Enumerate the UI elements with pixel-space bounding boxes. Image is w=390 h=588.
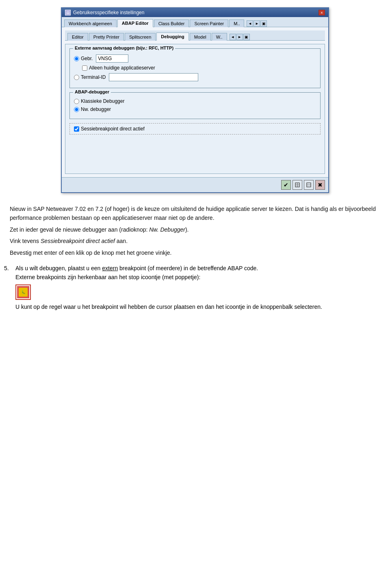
inner-tab-debugging[interactable]: Debugging xyxy=(156,33,188,41)
nw-radio-label[interactable]: Nw. debugger xyxy=(74,106,111,112)
dialog-title: Gebruikersspecifieke instellingen xyxy=(73,10,144,15)
tab-nav-left[interactable]: ◄ xyxy=(247,20,253,27)
gebr-text-input[interactable] xyxy=(96,54,128,63)
paragraph2-italic: Nw. Debugger xyxy=(149,226,185,233)
gebr-row: Gebr. xyxy=(74,54,316,63)
inner-tab-bar: Editor Pretty Printer Splitscreen Debugg… xyxy=(65,30,325,41)
paragraph3: Vink tevens Sessiebreakpoint direct acti… xyxy=(10,237,380,245)
body-text-section: Nieuw in SAP Netweaver 7.02 en 7.2 (of h… xyxy=(0,200,390,264)
gebr-radio[interactable] xyxy=(74,56,79,61)
paragraph1: Nieuw in SAP Netweaver 7.02 en 7.2 (of h… xyxy=(10,204,380,223)
item5-line3: U kunt op de regel waar u het breakpoint… xyxy=(15,302,386,311)
alleen-row: Alleen huidige applicatieserver xyxy=(82,65,316,71)
item5-text: Als u wilt debuggen, plaatst u een exter… xyxy=(15,264,386,311)
outer-tab-nav: ◄ ► ▣ xyxy=(247,20,267,27)
footer-btn3[interactable] xyxy=(304,180,314,190)
alleen-label: Alleen huidige applicatieserver xyxy=(89,65,155,71)
inner-tab-model[interactable]: Model xyxy=(190,33,211,41)
session-checkbox-label[interactable]: Sessiebreakpoint direct actief xyxy=(74,126,145,132)
group-abap-debugger: ABAP-debugger Klassieke Debugger Nw. deb… xyxy=(69,92,321,119)
item5-underline: extern xyxy=(102,265,118,271)
group-external-debug: Externe aanvraag debuggen (bijv.: RFC, H… xyxy=(69,48,321,88)
dialog-window: ▤ Gebruikersspecifieke instellingen × Wo… xyxy=(61,7,329,193)
cancel-btn[interactable]: ✖ xyxy=(315,180,325,190)
dialog-icon: ▤ xyxy=(65,10,71,15)
session-box: Sessiebreakpoint direct actief xyxy=(69,123,321,135)
nw-row: Nw. debugger xyxy=(74,106,316,112)
paragraph3-pre: Vink tevens xyxy=(10,238,41,244)
content-area: Externe aanvraag debuggen (bijv.: RFC, H… xyxy=(65,44,325,174)
group-external-debug-title: Externe aanvraag debuggen (bijv.: RFC, H… xyxy=(73,46,175,50)
dialog-close-button[interactable]: × xyxy=(318,10,325,15)
item5-line1: Als u wilt debuggen, plaatst u een exter… xyxy=(15,264,386,273)
klassieke-row: Klassieke Debugger xyxy=(74,98,316,104)
paragraph2: Zet in ieder geval de nieuwe debugger aa… xyxy=(10,225,380,234)
paragraph3-post: aan. xyxy=(115,238,128,244)
terminal-row: Terminal-ID xyxy=(74,73,316,81)
inner-tab-nav-left[interactable]: ◄ xyxy=(230,34,236,40)
inner-tab-w[interactable]: W.. xyxy=(212,33,227,41)
inner-tab-nav: ◄ ► ▣ xyxy=(230,34,250,40)
inner-tab-pretty-printer[interactable]: Pretty Printer xyxy=(89,33,124,41)
tab-nav-end[interactable]: ▣ xyxy=(260,20,267,27)
alleen-checkbox[interactable] xyxy=(82,65,87,71)
dialog-titlebar: ▤ Gebruikersspecifieke instellingen × xyxy=(62,8,328,17)
dialog-footer: ✔ ✖ xyxy=(62,177,328,192)
klassieke-radio[interactable] xyxy=(74,99,79,104)
session-label: Sessiebreakpoint direct actief xyxy=(81,126,145,132)
nw-label: Nw. debugger xyxy=(81,106,111,112)
breakpoint-icon-area: 🐛 xyxy=(15,284,386,300)
gebr-label: Gebr. xyxy=(81,56,93,61)
tab-m[interactable]: M.. xyxy=(229,20,244,27)
confirm-btn[interactable]: ✔ xyxy=(281,180,291,190)
klassieke-radio-label[interactable]: Klassieke Debugger xyxy=(74,98,124,104)
item5-pre: Als u wilt debuggen, plaatst u een xyxy=(15,265,102,271)
dialog-body: Editor Pretty Printer Splitscreen Debugg… xyxy=(62,27,328,177)
paragraph3-italic: Sessiebreakpoint direct actief xyxy=(41,238,115,244)
tab-nav-right[interactable]: ► xyxy=(254,20,260,27)
alleen-checkbox-label[interactable]: Alleen huidige applicatieserver xyxy=(82,65,155,71)
breakpoint-icon: 🐛 xyxy=(21,289,26,295)
klassieke-label: Klassieke Debugger xyxy=(81,98,124,104)
titlebar-left: ▤ Gebruikersspecifieke instellingen xyxy=(65,10,144,15)
gebr-radio-label[interactable]: Gebr. xyxy=(74,56,93,61)
session-checkbox[interactable] xyxy=(74,126,79,132)
list-item-5: 5. Als u wilt debuggen, plaatst u een ex… xyxy=(0,264,390,311)
tab-workbench-algemeen[interactable]: Workbench algemeen xyxy=(64,20,117,27)
item5-line2: Externe breakpoints zijn herkenbaar aan … xyxy=(15,273,386,282)
terminal-radio[interactable] xyxy=(74,75,79,80)
item5-post: breakpoint (of meerdere) in de betreffen… xyxy=(118,265,258,271)
tab-screen-painter[interactable]: Screen Painter xyxy=(190,20,228,27)
inner-tab-nav-right[interactable]: ► xyxy=(236,34,243,40)
nw-radio[interactable] xyxy=(74,107,79,112)
inner-tab-editor[interactable]: Editor xyxy=(67,33,88,41)
tab-class-builder[interactable]: Class Builder xyxy=(154,20,189,27)
inner-tab-splitscreen[interactable]: Splitscreen xyxy=(125,33,156,41)
paragraph4: Bevestig met enter of een klik op de kno… xyxy=(10,248,380,257)
paragraph2-pre: Zet in ieder geval de nieuwe debugger aa… xyxy=(10,226,149,233)
tab-abap-editor[interactable]: ABAP Editor xyxy=(117,19,153,27)
group-abap-debugger-title: ABAP-debugger xyxy=(73,89,111,94)
terminal-radio-label[interactable]: Terminal-ID xyxy=(74,74,106,80)
inner-tab-nav-end[interactable]: ▣ xyxy=(243,34,250,40)
outer-tab-bar: Workbench algemeen ABAP Editor Class Bui… xyxy=(62,17,328,27)
item5-num: 5. xyxy=(4,264,12,311)
paragraph2-post: ). xyxy=(185,226,189,233)
footer-btn2[interactable] xyxy=(292,180,302,190)
terminal-label: Terminal-ID xyxy=(81,74,106,80)
terminal-text-input[interactable] xyxy=(109,73,198,81)
